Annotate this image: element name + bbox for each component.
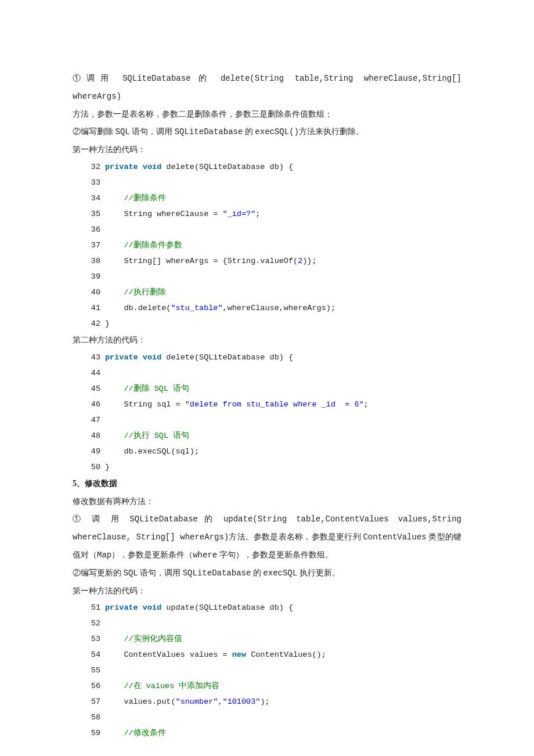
line-number: 42 xyxy=(84,316,100,332)
line-number: 54 xyxy=(84,647,100,663)
code-line: 56 //在 values 中添加内容 xyxy=(84,678,461,694)
code-text: ; xyxy=(255,210,269,218)
code-text: values.put( xyxy=(105,697,176,706)
keyword: private xyxy=(105,163,138,171)
code-text: ); xyxy=(260,697,279,706)
document-page: ①调用 SQLiteDatabase 的 delete(String table… xyxy=(0,0,534,756)
code-block-update: 51private void update(SQLiteDatabase db)… xyxy=(84,600,461,741)
text: 字句），参数是更新条件数组。 xyxy=(217,550,333,559)
text: values xyxy=(146,682,175,690)
string-literal: "snumber" xyxy=(176,697,218,706)
code-block-delete-1: 32private void delete(SQLiteDatabase db)… xyxy=(84,159,461,332)
text: execSQL() xyxy=(255,127,299,136)
code-text: ContentValues(); xyxy=(246,650,335,659)
code-line: 33 xyxy=(84,175,461,190)
line-number: 32 xyxy=(84,159,100,175)
line-number: 58 xyxy=(84,710,100,725)
code-line: 46 String sql = "delete from stu_table w… xyxy=(84,397,461,412)
text: 的 xyxy=(243,127,255,136)
comment: //删除 SQL 语句 xyxy=(124,384,199,393)
text: //删除 xyxy=(124,384,154,393)
text: SQLiteDatabase xyxy=(122,74,191,83)
code-line: 41 db.delete("stu_table",whereClause,whe… xyxy=(84,300,461,316)
line-number: 57 xyxy=(84,694,100,710)
line-number: 36 xyxy=(84,222,100,237)
code-line: 51private void update(SQLiteDatabase db)… xyxy=(84,600,461,615)
code-text: )}; xyxy=(302,257,326,265)
code-line: 34 //删除条件 xyxy=(84,190,461,206)
code-line: 32private void delete(SQLiteDatabase db)… xyxy=(84,159,461,175)
paragraph-delete-method-1b: 方法，参数一是表名称，参数二是删除条件，参数三是删除条件值数组； xyxy=(73,106,461,124)
code-text: update(SQLiteDatabase db) { xyxy=(161,603,302,612)
code-line: 50} xyxy=(84,459,461,475)
code-line: 52 xyxy=(84,615,461,631)
label-second-method-code: 第二种方法的代码： xyxy=(73,332,461,350)
text: ①调用 xyxy=(73,74,122,82)
string-literal: "delete from stu_table where _id = 6" xyxy=(185,400,364,409)
text: ②编写更新的 xyxy=(73,568,124,577)
code-line: 44 xyxy=(84,365,461,381)
line-number: 50 xyxy=(84,459,100,475)
code-text: String whereClause = xyxy=(124,210,222,218)
code-text: ,whereClause,whereArgs); xyxy=(223,304,345,312)
line-number: 48 xyxy=(84,428,100,444)
text: whereClause, String[] whereArgs) xyxy=(73,532,229,542)
line-number: 41 xyxy=(84,300,100,316)
text: 方法。参数是表名称，参数是更行列 xyxy=(229,532,363,541)
text: SQLiteDatabase xyxy=(175,127,243,136)
paragraph-update-method-1: ① 调 用 SQLiteDatabase 的 update(String tab… xyxy=(73,510,461,564)
code-text: delete(SQLiteDatabase db) { xyxy=(161,163,302,171)
text: //在 xyxy=(124,682,146,690)
keyword: void xyxy=(143,353,161,362)
label-first-method-code-2: 第一种方法的代码： xyxy=(73,582,461,600)
text: ②编写删除 xyxy=(73,127,116,136)
code-line: 42} xyxy=(84,316,461,332)
text: ① 调 用 xyxy=(73,514,129,523)
paragraph-update-method-2: ②编写更新的 SQL 语句，调用 SQLiteDatabase 的 execSQ… xyxy=(73,564,461,582)
line-number: 49 xyxy=(84,444,100,459)
comment: //实例化内容值 xyxy=(124,635,182,643)
code-line: 48 //执行 SQL 语句 xyxy=(84,428,461,444)
text: ContentValues xyxy=(363,532,426,542)
code-block-delete-2: 43private void delete(SQLiteDatabase db)… xyxy=(84,350,461,475)
text: execSQL xyxy=(263,568,297,578)
text: where xyxy=(193,550,217,560)
comment: //执行删除 xyxy=(124,288,175,297)
code-line: 55 xyxy=(84,663,461,678)
code-line: 57 values.put("snumber","101003"); xyxy=(84,694,461,710)
text: SQLiteDatabase xyxy=(183,568,251,578)
comment: //删除条件 xyxy=(124,194,175,203)
text: 方法来执行删除。 xyxy=(299,127,364,136)
line-number: 34 xyxy=(84,190,100,206)
text: SQLiteDatabase xyxy=(129,514,198,524)
text: 语句，调用 xyxy=(138,568,183,577)
code-line: 43private void delete(SQLiteDatabase db)… xyxy=(84,350,461,365)
code-text: db.delete( xyxy=(124,304,171,312)
code-line: 35 String whereClause = "_id=?"; xyxy=(84,206,461,222)
paragraph-delete-method-1: ①调用 SQLiteDatabase 的 delete(String table… xyxy=(73,70,461,106)
code-text: ; xyxy=(364,400,378,409)
text: 的 xyxy=(191,74,221,82)
keyword: void xyxy=(143,163,161,171)
code-text: String[] whereArgs = {String.valueOf( xyxy=(124,257,298,265)
text: SQL xyxy=(124,568,138,578)
paragraph-modify-intro: 修改数据有两种方法： xyxy=(73,493,461,511)
text: 语句 xyxy=(168,384,199,393)
text: Map xyxy=(97,550,111,560)
comment: //删除条件参数 xyxy=(124,241,191,250)
code-text: } xyxy=(105,463,119,471)
code-line: 54 ContentValues values = new ContentVal… xyxy=(84,647,461,663)
comment: //在 values 中添加内容 xyxy=(124,682,229,690)
code-text: } xyxy=(105,319,119,328)
code-line: 36 xyxy=(84,222,461,237)
line-number: 45 xyxy=(84,381,100,397)
text: //执行 xyxy=(124,431,154,440)
keyword: private xyxy=(105,603,138,612)
string-literal: "101003" xyxy=(223,697,261,706)
line-number: 46 xyxy=(84,397,100,412)
keyword: private xyxy=(105,353,138,362)
code-text: ContentValues values = xyxy=(105,650,232,659)
code-text: delete(SQLiteDatabase db) { xyxy=(161,353,302,362)
line-number: 52 xyxy=(84,615,100,631)
code-line: 53 //实例化内容值 xyxy=(84,631,461,647)
